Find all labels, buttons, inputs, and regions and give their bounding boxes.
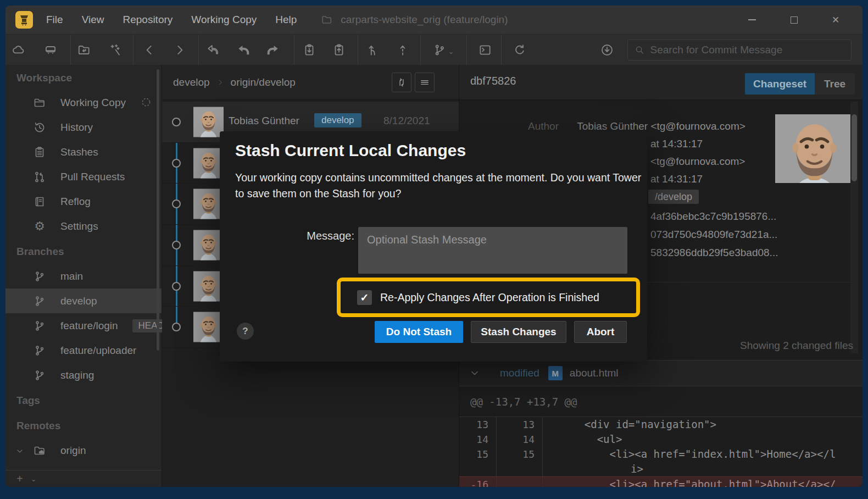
commit-date: 8/12/2021: [383, 115, 430, 127]
forward-icon[interactable]: [173, 43, 187, 57]
sidebar-item-label: Working Copy: [60, 97, 126, 109]
drive-icon[interactable]: [43, 43, 58, 57]
sidebar-item-settings[interactable]: ⚙ Settings: [5, 214, 162, 239]
diff-line[interactable]: 14 14 <ul>: [459, 432, 863, 447]
commit-node-icon: [172, 199, 181, 208]
search-icon: [635, 45, 645, 56]
sidebar-item-label: Settings: [60, 220, 98, 232]
merge-icon[interactable]: [366, 43, 380, 57]
terminal-icon[interactable]: [478, 43, 492, 57]
add-button[interactable]: +: [16, 473, 23, 485]
compare-button[interactable]: [392, 73, 411, 92]
menubar: File View Repository Working Copy Help: [46, 14, 297, 26]
chevron-down-icon[interactable]: [469, 368, 480, 379]
code-text: <ul>: [543, 432, 863, 447]
wand-icon[interactable]: [108, 43, 123, 57]
diff-line[interactable]: 13 13 <div id="navigation">: [459, 417, 863, 432]
undo-icon[interactable]: [236, 43, 251, 57]
avatar: [193, 312, 224, 342]
refresh-icon[interactable]: [513, 43, 527, 57]
sidebar-item-label: staging: [60, 369, 94, 381]
back-icon[interactable]: [142, 43, 157, 57]
caret-down-icon[interactable]: ⌄: [31, 475, 37, 483]
sidebar-item-remote-origin[interactable]: origin: [5, 438, 162, 463]
cherry-pick-icon[interactable]: [396, 43, 410, 57]
minimize-button[interactable]: [739, 10, 765, 29]
titlebar: File View Repository Working Copy Help c…: [5, 5, 863, 34]
loading-spinner-icon: [141, 97, 152, 108]
sidebar-item-working-copy[interactable]: Working Copy: [5, 90, 162, 115]
sidebar-item-pull-requests[interactable]: Pull Requests: [5, 164, 162, 189]
sidebar-item-label: origin: [60, 445, 86, 457]
diff-file-header[interactable]: modified M about.html: [459, 361, 863, 386]
menu-help[interactable]: Help: [275, 14, 297, 26]
pull-request-icon: [33, 170, 46, 184]
reapply-checkbox[interactable]: ✓: [357, 290, 372, 305]
commit-list-header: develop origin/develop: [162, 65, 459, 100]
detail-fragment-date2: at 14:31:17: [650, 173, 703, 185]
chevron-right-icon: [216, 79, 224, 86]
redo-icon[interactable]: [266, 43, 280, 57]
book-icon: [33, 195, 46, 208]
sidebar-item-branch-main[interactable]: main: [5, 264, 162, 289]
stash-changes-button[interactable]: Stash Changes: [471, 321, 566, 343]
menu-working-copy[interactable]: Working Copy: [191, 14, 257, 26]
branch-icon: [33, 344, 46, 357]
sidebar-item-history[interactable]: History: [5, 115, 162, 140]
breadcrumb-upstream[interactable]: origin/develop: [231, 76, 296, 88]
hamburger-icon: [419, 77, 430, 88]
avatar: [775, 114, 854, 183]
reapply-checkbox-label[interactable]: Re-Apply Changes After Operation is Fini…: [380, 291, 599, 304]
detail-row-author: Author Tobias Günther <tg@fournova.com>: [528, 120, 745, 132]
avatar: [193, 107, 224, 137]
sidebar-scrollbar[interactable]: [157, 69, 159, 351]
code-text: <li><a href="about.html">About</a></li>: [543, 477, 863, 487]
abort-button[interactable]: Abort: [574, 321, 627, 343]
stash-pop-icon[interactable]: [332, 43, 346, 57]
sidebar-item-branch-feature-login[interactable]: feature/login HEAD: [5, 313, 162, 338]
dialog-body-text: Your working copy contains uncommitted c…: [235, 170, 648, 202]
sidebar-item-branch-feature-uploader[interactable]: feature/uploader: [5, 338, 162, 363]
sidebar-item-branch-staging[interactable]: staging: [5, 363, 162, 387]
stash-dialog: Stash Current Local Changes Your working…: [220, 131, 647, 362]
sidebar-header-tags: Tags: [5, 389, 162, 413]
diff-line-removed[interactable]: -16 <li><a href="about.html">About</a></…: [459, 476, 863, 487]
sidebar-item-branch-develop[interactable]: develop: [5, 289, 162, 313]
hunk-header: @@ -13,7 +13,7 @@: [459, 386, 863, 417]
code-text: <div id="navigation">: [543, 417, 863, 432]
sidebar-item-label: main: [60, 270, 83, 282]
chevron-down-icon[interactable]: [15, 446, 24, 455]
old-line-number: -16: [459, 477, 497, 487]
gitflow-icon[interactable]: [432, 43, 447, 57]
open-repo-icon[interactable]: [77, 43, 91, 57]
stash-message-input[interactable]: [358, 227, 627, 274]
discard-icon[interactable]: [206, 43, 220, 57]
close-button[interactable]: ✕: [823, 10, 848, 29]
new-line-number: 13: [497, 417, 543, 432]
breadcrumb-branch[interactable]: develop: [173, 76, 210, 88]
diff-line[interactable]: 15 15 <li><a href="index.html">Home</a><…: [459, 447, 863, 476]
sidebar-item-stashes[interactable]: Stashes: [5, 140, 162, 164]
help-button[interactable]: ?: [237, 323, 254, 340]
menu-file[interactable]: File: [46, 14, 63, 26]
do-not-stash-button[interactable]: Do Not Stash: [375, 321, 463, 343]
cloud-icon[interactable]: [12, 43, 26, 57]
menu-repository[interactable]: Repository: [123, 14, 173, 26]
sidebar-item-reflog[interactable]: Reflog: [5, 189, 162, 214]
branch-badge[interactable]: /develop: [648, 190, 699, 204]
commit-search: [627, 40, 852, 60]
tab-tree[interactable]: Tree: [815, 73, 855, 95]
search-input[interactable]: [650, 44, 845, 56]
stash-icon[interactable]: [302, 43, 316, 57]
gitflow-caret-icon[interactable]: ⌄: [448, 48, 454, 56]
gear-icon: ⚙: [33, 220, 46, 233]
maximize-button[interactable]: [781, 10, 806, 29]
branch-icon: [33, 295, 46, 308]
detail-fragment-date: at 14:31:17: [650, 138, 703, 150]
minimize-icon: [748, 19, 756, 20]
details-scrollbar-thumb[interactable]: [852, 114, 857, 181]
menu-view[interactable]: View: [82, 14, 104, 26]
tab-changeset[interactable]: Changeset: [745, 73, 815, 95]
list-options-button[interactable]: [415, 73, 435, 92]
pull-icon[interactable]: [600, 43, 614, 57]
